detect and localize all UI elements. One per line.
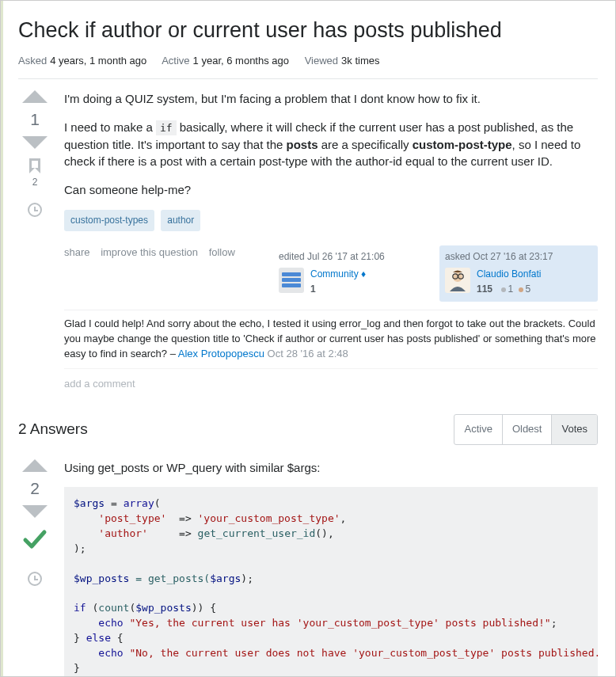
active-label: Active [162,55,189,67]
downvote-button[interactable] [22,136,48,149]
bookmark-count: 2 [32,176,38,189]
question-paragraph: I need to make a if basically, where it … [64,119,598,170]
asker-rep: 115 1 5 [477,283,541,296]
tab-active[interactable]: Active [454,415,501,444]
answers-count: 2 Answers [18,418,88,440]
question-meta: Asked4 years, 1 month ago Active1 year, … [18,54,598,69]
community-icon [279,268,304,293]
edit-time: edited Jul 26 '17 at 21:06 [279,250,426,264]
vote-column: 1 2 [18,90,51,405]
svg-rect-0 [282,272,301,276]
comment-time: Oct 28 '16 at 2:48 [268,348,348,359]
asked-label: Asked [18,55,47,67]
asked-value: 4 years, 1 month ago [50,55,146,67]
question-title: Check if author or current user has post… [18,15,598,46]
bookmark-button[interactable] [29,158,40,173]
vote-column: 2 [18,459,51,677]
tab-votes[interactable]: Votes [551,415,597,444]
editor-rep: 1 [310,283,316,295]
viewed-value: 3k times [341,55,379,67]
sort-tabs: Active Oldest Votes [454,414,598,445]
answer-post: 2 Using get_posts or WP_query with simil… [18,459,598,677]
user-avatar-icon [445,268,470,293]
vote-count: 1 [30,108,40,131]
post-actions: share improve this question follow [64,245,243,261]
question-paragraph: I'm doing a QUIZ system, but I'm facing … [64,90,598,108]
answers-header: 2 Answers Active Oldest Votes [18,414,598,445]
divider [18,78,598,79]
avatar [279,268,304,293]
accepted-check-icon [21,526,49,559]
tab-oldest[interactable]: Oldest [502,415,552,444]
editor-name[interactable]: Community ♦ [310,268,366,280]
comment: Glad I could help! And sorry about the e… [64,310,598,369]
answer-body: Using get_posts or WP_query with similar… [64,459,598,677]
usercards: edited Jul 26 '17 at 21:06 Community ♦ 1 [273,245,598,302]
viewed-label: Viewed [305,55,338,67]
answer-intro: Using get_posts or WP_query with similar… [64,459,598,477]
history-icon[interactable] [28,203,42,217]
question-post: 1 2 I'm doing a QUIZ system, but I'm fac… [18,90,598,405]
bronze-badge-icon [519,287,523,292]
downvote-button[interactable] [22,505,48,518]
question-paragraph: Can someone help-me? [64,181,598,199]
ask-time: asked Oct 27 '16 at 23:17 [445,250,592,264]
upvote-button[interactable] [22,459,48,472]
upvote-button[interactable] [22,90,48,103]
comments: Glad I could help! And sorry about the e… [64,310,598,369]
vote-count: 2 [30,477,40,500]
silver-badge-icon [501,287,506,292]
improve-link[interactable]: improve this question [101,246,198,258]
avatar [445,268,470,293]
inline-code: if [156,120,177,135]
moderator-badge-icon: ♦ [361,268,366,280]
svg-rect-2 [282,283,301,287]
comment-author[interactable]: Alex Protopopescu [178,348,264,359]
follow-link[interactable]: follow [209,246,235,258]
tag[interactable]: author [161,210,200,231]
editor-card: edited Jul 26 '17 at 21:06 Community ♦ 1 [273,245,432,302]
asker-card: asked Oct 27 '16 at 23:17 [439,245,598,302]
share-link[interactable]: share [64,246,90,258]
add-comment-link[interactable]: add a comment [64,369,598,405]
code-block: $args = array( 'post_type' => 'your_cust… [64,487,598,677]
svg-rect-1 [282,278,301,282]
history-icon[interactable] [28,572,42,586]
action-row: share improve this question follow edite… [64,245,598,302]
tag[interactable]: custom-post-types [64,210,154,231]
asker-name[interactable]: Claudio Bonfati [477,268,541,281]
active-value: 1 year, 6 months ago [193,55,289,67]
question-body: I'm doing a QUIZ system, but I'm facing … [64,90,598,405]
tag-list: custom-post-types author [64,210,598,231]
